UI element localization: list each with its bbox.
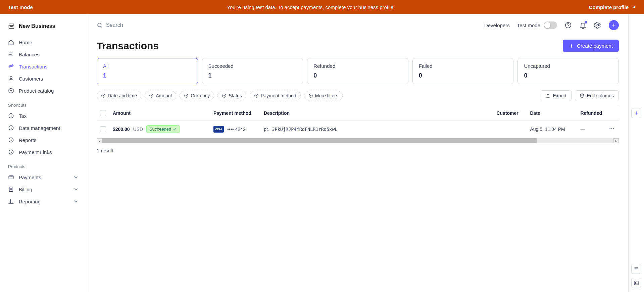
- table-row[interactable]: $200.00 USD Succeeded VISA: [97, 120, 619, 138]
- col-refunded[interactable]: Refunded: [577, 106, 605, 120]
- export-icon: [546, 93, 550, 98]
- storefront-icon: [8, 23, 15, 30]
- nav-label: Reporting: [19, 199, 41, 204]
- help-button[interactable]: [564, 21, 572, 29]
- filter-status[interactable]: Status: [217, 91, 246, 100]
- test-mode-label: Test mode: [517, 22, 540, 28]
- test-mode-banner: Test mode You're using test data. To acc…: [0, 0, 644, 14]
- export-button[interactable]: Export: [541, 90, 571, 101]
- chevron-down-icon: [73, 198, 79, 204]
- stat-value: 0: [313, 72, 402, 79]
- filter-label: Payment method: [261, 93, 296, 98]
- nav-home[interactable]: Home: [0, 36, 87, 48]
- create-payment-button[interactable]: Create payment: [563, 40, 619, 52]
- filter-currency[interactable]: Currency: [180, 91, 214, 100]
- help-icon: [564, 21, 572, 29]
- filter-more[interactable]: More filters: [304, 91, 343, 100]
- nav-label: Tax: [19, 113, 27, 119]
- plus-icon: [634, 110, 639, 116]
- filter-label: Date and time: [108, 93, 137, 98]
- scroll-thumb[interactable]: [102, 138, 537, 143]
- horizontal-scrollbar[interactable]: ◂ ▸: [97, 138, 619, 143]
- shortcuts-section-label: Shortcuts: [0, 97, 87, 110]
- plus-icon: [611, 22, 616, 28]
- banner-message: You're using test data. To accept paymen…: [33, 4, 589, 10]
- scroll-track[interactable]: [102, 138, 613, 143]
- clock-icon: [8, 113, 14, 119]
- filter-date[interactable]: Date and time: [97, 91, 141, 100]
- plus-circle-icon: [222, 93, 227, 98]
- filters-row: Date and time Amount Currency Status Pay…: [87, 90, 628, 106]
- rail-terminal-button[interactable]: [631, 278, 641, 288]
- search-input[interactable]: Search: [97, 22, 478, 28]
- col-payment-method[interactable]: Payment method: [210, 106, 260, 120]
- rail-add-button[interactable]: [631, 108, 641, 118]
- test-mode-switch[interactable]: [544, 21, 557, 29]
- refunded-value: —: [580, 127, 585, 132]
- receipt-icon: [8, 186, 14, 192]
- export-label: Export: [553, 93, 566, 98]
- nav-customers[interactable]: Customers: [0, 72, 87, 85]
- scroll-left-button[interactable]: ◂: [97, 138, 102, 143]
- stat-card-failed[interactable]: Failed 0: [412, 58, 514, 84]
- filter-label: Status: [229, 93, 242, 98]
- filter-label: Currency: [191, 93, 210, 98]
- currency-value: USD: [133, 127, 143, 132]
- stat-card-all[interactable]: All 1: [97, 58, 198, 84]
- nav-label: Transactions: [19, 64, 47, 69]
- rail-menu-button[interactable]: [631, 264, 641, 274]
- plus-circle-icon: [254, 93, 259, 98]
- developers-link[interactable]: Developers: [484, 22, 510, 28]
- search-icon: [97, 22, 103, 28]
- transactions-table-scroll[interactable]: Amount Payment method Description Custom…: [97, 106, 619, 138]
- nav-balances[interactable]: Balances: [0, 48, 87, 60]
- card-last4: •••• 4242: [227, 127, 246, 132]
- complete-profile-link[interactable]: Complete profile: [589, 4, 636, 10]
- stat-card-uncaptured[interactable]: Uncaptured 0: [517, 58, 619, 84]
- settings-button[interactable]: [594, 21, 601, 29]
- edit-columns-button[interactable]: Edit columns: [575, 90, 619, 101]
- result-count: 1 result: [87, 143, 628, 158]
- nav-payments[interactable]: Payments: [0, 171, 87, 183]
- home-icon: [8, 39, 14, 45]
- stat-card-succeeded[interactable]: Succeeded 1: [202, 58, 303, 84]
- gear-icon: [580, 93, 585, 98]
- business-switcher[interactable]: New Business: [0, 19, 87, 36]
- nav-payment-links[interactable]: Payment Links: [0, 146, 87, 158]
- col-customer[interactable]: Customer: [493, 106, 527, 120]
- nav-billing[interactable]: Billing: [0, 183, 87, 195]
- nav-label: Balances: [19, 52, 40, 57]
- plus-circle-icon: [101, 93, 106, 98]
- col-description[interactable]: Description: [260, 106, 493, 120]
- scroll-right-button[interactable]: ▸: [613, 138, 619, 143]
- nav-reports[interactable]: Reports: [0, 134, 87, 146]
- nav-data-management[interactable]: Data management: [0, 122, 87, 134]
- row-checkbox[interactable]: [100, 126, 106, 132]
- filter-amount[interactable]: Amount: [145, 91, 176, 100]
- col-amount[interactable]: Amount: [109, 106, 210, 120]
- stat-card-refunded[interactable]: Refunded 0: [307, 58, 408, 84]
- stat-value: 1: [103, 72, 192, 79]
- quick-create-button[interactable]: [609, 20, 619, 30]
- select-all-checkbox[interactable]: [100, 110, 106, 116]
- row-actions-button[interactable]: [605, 120, 619, 138]
- nav-transactions[interactable]: Transactions: [0, 60, 87, 72]
- svg-point-16: [582, 95, 583, 96]
- stat-label: All: [103, 63, 192, 69]
- chevron-down-icon: [73, 186, 79, 192]
- nav-tax[interactable]: Tax: [0, 110, 87, 122]
- gear-icon: [594, 21, 601, 29]
- nav-label: Home: [19, 40, 32, 45]
- nav-product-catalog[interactable]: Product catalog: [0, 85, 87, 97]
- notifications-button[interactable]: [579, 21, 587, 29]
- plus-circle-icon: [149, 93, 154, 98]
- col-date[interactable]: Date: [527, 106, 577, 120]
- stat-value: 0: [524, 72, 612, 79]
- svg-rect-5: [9, 176, 13, 179]
- nav-label: Data management: [19, 125, 60, 131]
- stat-label: Refunded: [313, 63, 402, 69]
- nav-label: Payment Links: [19, 149, 52, 155]
- svg-point-8: [565, 22, 571, 28]
- filter-payment-method[interactable]: Payment method: [250, 91, 301, 100]
- nav-reporting[interactable]: Reporting: [0, 195, 87, 207]
